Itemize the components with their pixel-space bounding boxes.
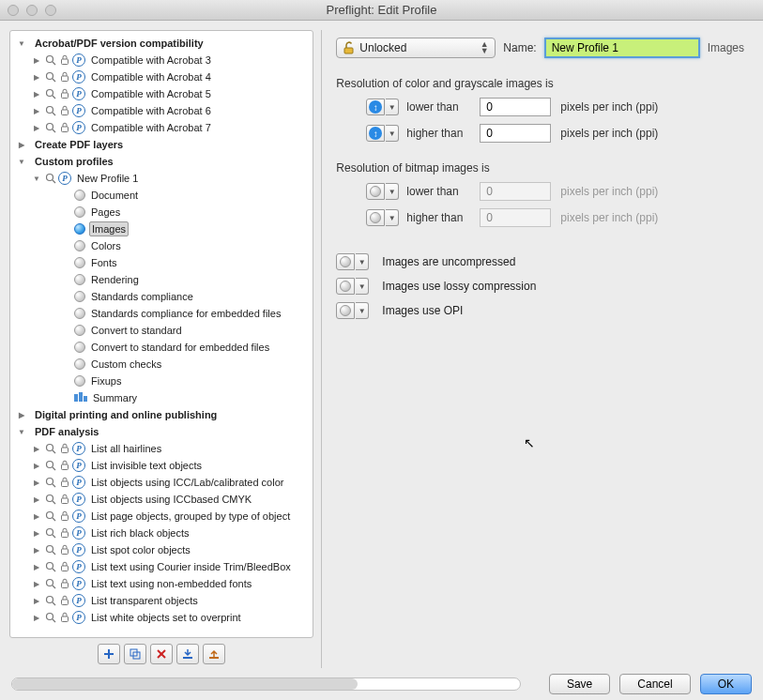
disclosure-triangle-icon[interactable] — [16, 153, 27, 171]
tree-item-analysis-1[interactable]: PList invisible text objects — [12, 457, 311, 474]
tree-child-colors[interactable]: Colors — [12, 237, 311, 254]
panel-divider — [313, 30, 331, 668]
tree-item-analysis-3[interactable]: PList objects using ICCbased CMYK — [12, 491, 311, 508]
titlebar: Preflight: Edit Profile — [0, 0, 763, 21]
tree-child-summary[interactable]: Summary — [12, 389, 311, 406]
tree-child-standards-compliance[interactable]: Standards compliance — [12, 288, 311, 305]
save-button[interactable]: Save — [549, 674, 610, 694]
tree-child-fonts[interactable]: Fonts — [12, 254, 311, 271]
tree-category-custom[interactable]: Custom profiles — [12, 153, 311, 170]
disclosure-triangle-icon[interactable] — [31, 541, 42, 559]
duplicate-button[interactable] — [124, 644, 146, 664]
svg-rect-17 — [74, 394, 78, 402]
severity-button-disabled[interactable] — [366, 209, 385, 226]
disclosure-triangle-icon[interactable] — [31, 85, 42, 103]
disclosure-triangle-icon[interactable] — [16, 423, 27, 441]
tree-item-compat-4[interactable]: PCompatible with Acrobat 7 — [12, 119, 311, 136]
profile-tree-scroll[interactable]: Acrobat/PDF version compatibilityPCompat… — [10, 31, 313, 628]
tree-child-convert-to-standard-for-embedded-files[interactable]: Convert to standard for embedded files — [12, 339, 311, 356]
disclosure-triangle-icon[interactable] — [31, 68, 42, 86]
severity-menu[interactable]: ▼ — [386, 209, 399, 226]
tree-item-analysis-4[interactable]: PList page objects, grouped by type of o… — [12, 508, 311, 525]
horizontal-scrollbar[interactable] — [11, 677, 521, 691]
color-higher-input[interactable] — [480, 124, 551, 143]
tree-item-new-profile[interactable]: PNew Profile 1 — [12, 170, 311, 187]
disclosure-triangle-icon[interactable] — [31, 609, 42, 627]
tree-item-analysis-6[interactable]: PList spot color objects — [12, 541, 311, 558]
svg-point-35 — [47, 529, 53, 536]
tree-child-custom-checks[interactable]: Custom checks — [12, 356, 311, 373]
lock-status-select[interactable]: Unlocked ▲▼ — [336, 38, 496, 58]
svg-rect-49 — [62, 600, 69, 605]
cancel-button[interactable]: Cancel — [619, 674, 690, 694]
tree-item-compat-0[interactable]: PCompatible with Acrobat 3 — [12, 52, 311, 68]
tree-child-fixups[interactable]: Fixups — [12, 373, 311, 389]
severity-menu[interactable]: ▼ — [356, 278, 369, 295]
tree-category-digital[interactable]: Digital printing and online publishing — [12, 406, 311, 423]
disclosure-triangle-icon[interactable] — [31, 491, 42, 509]
disclosure-triangle-icon[interactable] — [31, 119, 42, 137]
severity-button-disabled[interactable] — [336, 278, 355, 295]
tree-item-compat-3[interactable]: PCompatible with Acrobat 6 — [12, 102, 311, 119]
tree-child-rendering[interactable]: Rendering — [12, 271, 311, 288]
tree-item-compat-2[interactable]: PCompatible with Acrobat 5 — [12, 85, 311, 102]
disclosure-triangle-icon[interactable] — [31, 525, 42, 542]
ok-button[interactable]: OK — [700, 674, 752, 694]
delete-button[interactable] — [150, 644, 173, 664]
tree-item-analysis-5[interactable]: PList rich black objects — [12, 525, 311, 541]
color-lower-input[interactable] — [480, 98, 551, 116]
disclosure-triangle-icon[interactable] — [31, 558, 42, 576]
tree-category-compat[interactable]: Acrobat/PDF version compatibility — [12, 35, 311, 52]
profile-icon: P — [72, 594, 85, 607]
add-button[interactable] — [98, 644, 120, 664]
disclosure-triangle-icon[interactable] — [16, 136, 27, 154]
import-button[interactable] — [176, 644, 199, 664]
lossy-row: ▼ Images use lossy compression — [336, 278, 744, 295]
disclosure-triangle-icon[interactable] — [31, 457, 42, 475]
disclosure-triangle-icon[interactable] — [31, 575, 42, 593]
tree-item-analysis-7[interactable]: PList text using Courier inside Trim/Ble… — [12, 558, 311, 575]
severity-menu[interactable]: ▼ — [386, 99, 399, 115]
tree-child-pages[interactable]: Pages — [12, 204, 311, 221]
disclosure-triangle-icon[interactable] — [31, 52, 42, 69]
tree-category-layers[interactable]: Create PDF layers — [12, 136, 311, 153]
svg-line-30 — [53, 501, 55, 504]
severity-button-disabled[interactable] — [366, 183, 385, 200]
severity-menu[interactable]: ▼ — [356, 302, 369, 319]
disclosure-triangle-icon[interactable] — [16, 35, 27, 53]
bitmap-lower-input[interactable] — [480, 182, 551, 201]
severity-menu[interactable]: ▼ — [356, 253, 369, 270]
tree-child-document[interactable]: Document — [12, 187, 311, 204]
severity-button-disabled[interactable] — [336, 302, 355, 319]
tree-child-images[interactable]: Images — [12, 221, 311, 237]
severity-menu[interactable]: ▼ — [386, 125, 399, 142]
disclosure-triangle-icon[interactable] — [31, 508, 42, 525]
tree-item-compat-1[interactable]: PCompatible with Acrobat 4 — [12, 68, 311, 85]
svg-rect-61 — [344, 48, 353, 53]
disclosure-triangle-icon[interactable] — [31, 102, 42, 120]
tree-child-convert-to-standard[interactable]: Convert to standard — [12, 322, 311, 339]
disclosure-triangle-icon[interactable] — [31, 170, 42, 188]
bitmap-higher-input[interactable] — [480, 208, 551, 227]
disclosure-triangle-icon[interactable] — [31, 474, 42, 492]
severity-button-disabled[interactable] — [336, 253, 355, 270]
lock-icon — [58, 476, 71, 489]
svg-line-51 — [53, 619, 55, 622]
tree-item-analysis-2[interactable]: PList objects using ICC/Lab/calibrated c… — [12, 474, 311, 491]
export-button[interactable] — [203, 644, 225, 664]
profile-name-input[interactable] — [544, 38, 700, 58]
disclosure-triangle-icon[interactable] — [16, 406, 27, 424]
tree-item-analysis-8[interactable]: PList text using non-embedded fonts — [12, 575, 311, 592]
tree-item-analysis-9[interactable]: PList transparent objects — [12, 592, 311, 609]
tree-item-analysis-0[interactable]: PList all hairlines — [12, 440, 311, 457]
tree-item-analysis-10[interactable]: PList white objects set to overprint — [12, 609, 311, 626]
severity-button[interactable]: ↕ — [366, 125, 385, 142]
tree-category-analysis[interactable]: PDF analysis — [12, 423, 311, 440]
disclosure-triangle-icon[interactable] — [31, 592, 42, 610]
severity-button[interactable]: ↕ — [366, 99, 385, 115]
magnify-icon — [44, 510, 57, 523]
svg-line-10 — [53, 113, 55, 115]
severity-menu[interactable]: ▼ — [386, 183, 399, 200]
tree-child-standards-compliance-for-embedded-files[interactable]: Standards compliance for embedded files — [12, 305, 311, 322]
disclosure-triangle-icon[interactable] — [31, 440, 42, 458]
